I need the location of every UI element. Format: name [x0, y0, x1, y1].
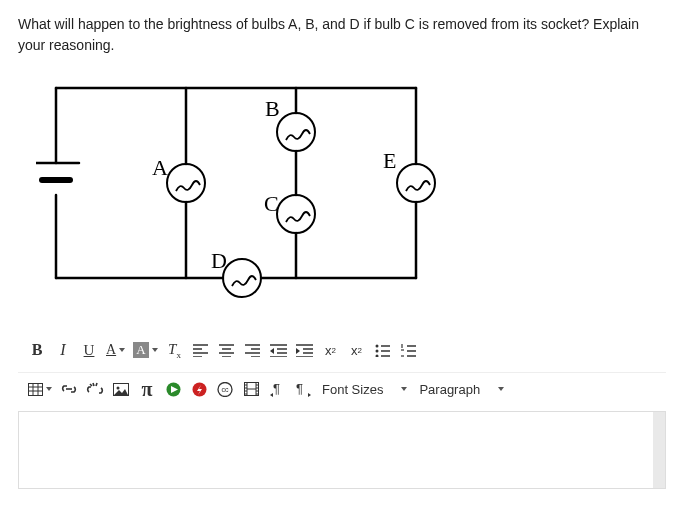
media-red-button[interactable] — [186, 375, 212, 403]
svg-point-63 — [117, 386, 120, 389]
table-icon — [28, 383, 43, 396]
bulb-label-D: D — [211, 248, 227, 273]
bulb-label-A: A — [152, 155, 168, 180]
outdent-icon — [270, 344, 287, 357]
table-button[interactable] — [24, 375, 56, 403]
italic-button[interactable]: I — [50, 336, 76, 364]
clear-format-button[interactable]: Tx — [162, 336, 188, 364]
superscript-button[interactable]: x2 — [318, 336, 344, 364]
font-size-select[interactable]: Font Sizes — [316, 375, 413, 403]
rtl-button[interactable]: ¶ — [290, 375, 316, 403]
ltr-button[interactable]: ¶ — [264, 375, 290, 403]
number-list-icon — [401, 344, 416, 357]
cc-icon: cc — [216, 382, 234, 397]
svg-marker-84 — [308, 393, 311, 397]
svg-point-41 — [376, 344, 379, 347]
cc-button[interactable]: cc — [212, 375, 238, 403]
subscript-button[interactable]: x2 — [344, 336, 370, 364]
answer-textarea[interactable] — [18, 411, 666, 489]
svg-rect-53 — [29, 383, 43, 395]
bullet-list-button[interactable] — [370, 336, 396, 364]
svg-marker-40 — [296, 348, 300, 354]
equation-button[interactable]: π — [134, 375, 160, 403]
svg-text:¶: ¶ — [273, 382, 280, 396]
align-center-button[interactable] — [214, 336, 240, 364]
question-text: What will happen to the brightness of bu… — [18, 14, 666, 56]
image-button[interactable] — [108, 375, 134, 403]
number-list-button[interactable] — [396, 336, 422, 364]
indent-button[interactable] — [292, 336, 318, 364]
paragraph-select[interactable]: Paragraph — [413, 375, 510, 403]
underline-button[interactable]: U — [76, 336, 102, 364]
align-right-button[interactable] — [240, 336, 266, 364]
bulb-label-E: E — [383, 148, 396, 173]
svg-point-42 — [376, 349, 379, 352]
film-icon — [244, 382, 259, 396]
circuit-diagram: A B C D E — [36, 68, 666, 306]
bulb-label-C: C — [264, 191, 279, 216]
play-green-icon — [166, 382, 181, 397]
pilcrow-rtl-icon: ¶ — [296, 382, 311, 397]
editor-toolbar-row1: B I U A A Tx x2 x2 — [18, 334, 666, 373]
align-right-icon — [245, 344, 260, 357]
outdent-button[interactable] — [266, 336, 292, 364]
svg-text:cc: cc — [222, 386, 230, 393]
bulb-label-B: B — [265, 96, 280, 121]
pilcrow-ltr-icon: ¶ — [270, 382, 285, 397]
flash-red-icon — [192, 382, 207, 397]
svg-line-61 — [90, 384, 92, 386]
media-green-button[interactable] — [160, 375, 186, 403]
svg-marker-35 — [270, 348, 274, 354]
svg-point-43 — [376, 354, 379, 357]
unlink-icon — [86, 381, 104, 397]
svg-line-59 — [93, 383, 94, 386]
unlink-button[interactable] — [82, 375, 108, 403]
link-icon — [61, 382, 77, 396]
bullet-list-icon — [375, 344, 390, 357]
svg-marker-82 — [270, 393, 273, 397]
bold-button[interactable]: B — [24, 336, 50, 364]
image-icon — [113, 383, 129, 396]
highlight-button[interactable]: A — [129, 336, 161, 364]
align-center-icon — [219, 344, 234, 357]
link-button[interactable] — [56, 375, 82, 403]
indent-icon — [296, 344, 313, 357]
align-left-icon — [193, 344, 208, 357]
text-color-button[interactable]: A — [102, 336, 129, 364]
svg-text:¶: ¶ — [296, 382, 303, 396]
svg-line-60 — [96, 383, 97, 386]
align-left-button[interactable] — [188, 336, 214, 364]
film-button[interactable] — [238, 375, 264, 403]
editor-toolbar-row2: π cc ¶ ¶ Font Sizes Paragraph — [18, 373, 666, 411]
